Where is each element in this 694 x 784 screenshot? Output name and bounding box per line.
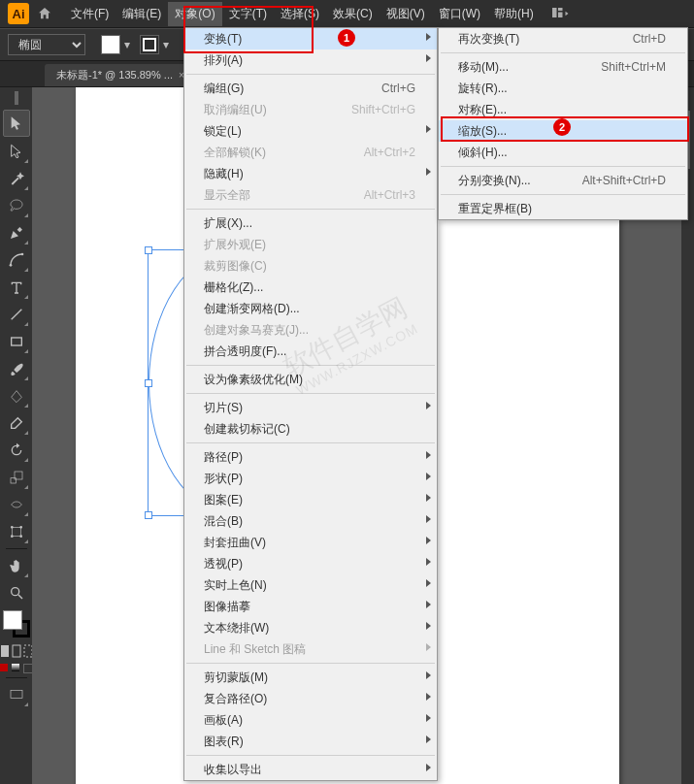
handle-top-left[interactable] — [145, 246, 152, 254]
menu-item[interactable]: 变换(T) — [184, 28, 437, 49]
menu-item[interactable]: 透视(P) — [184, 553, 437, 574]
menu-object[interactable]: 对象(O) — [168, 2, 221, 26]
curvature-tool[interactable] — [4, 247, 29, 273]
svg-point-3 — [9, 264, 12, 267]
fill-stroke-indicator[interactable] — [3, 610, 30, 637]
line-tool[interactable] — [4, 302, 29, 327]
menu-view[interactable]: 视图(V) — [380, 2, 432, 26]
scale-tool[interactable] — [4, 465, 29, 490]
submenu-arrow-icon — [426, 735, 431, 743]
document-tab[interactable]: 未标题-1* @ 135.89% ... × — [45, 64, 196, 86]
menu-item-label: 设为像素级优化(M) — [204, 372, 415, 388]
menu-item-label: 文本绕排(W) — [204, 620, 415, 637]
draw-behind-icon[interactable] — [12, 644, 21, 658]
color-mode-icon[interactable] — [0, 664, 8, 671]
svg-point-11 — [19, 526, 22, 529]
menu-item[interactable]: 图像描摹 — [184, 596, 437, 617]
stroke-dropdown-icon[interactable]: ▾ — [161, 38, 171, 51]
menu-item-label: 图表(R) — [204, 734, 415, 750]
lasso-tool[interactable] — [4, 193, 29, 218]
home-icon[interactable] — [37, 6, 52, 21]
menu-item[interactable]: 复合路径(O) — [184, 688, 437, 709]
menu-item[interactable]: 排列(A) — [184, 49, 437, 71]
menu-item-label: 创建裁切标记(C) — [204, 421, 415, 438]
menu-item[interactable]: 移动(M)...Shift+Ctrl+M — [439, 56, 687, 78]
tools-drag-handle[interactable] — [15, 91, 18, 105]
menu-type[interactable]: 文字(T) — [222, 2, 274, 26]
magic-wand-tool[interactable] — [4, 166, 29, 191]
menu-item: Line 和 Sketch 图稿 — [184, 638, 437, 660]
width-tool[interactable] — [4, 492, 29, 517]
menu-item[interactable]: 形状(P) — [184, 468, 437, 489]
direct-selection-tool[interactable] — [4, 139, 29, 164]
draw-normal-icon[interactable] — [0, 644, 10, 658]
menu-item[interactable]: 旋转(R)... — [439, 78, 687, 99]
menu-item[interactable]: 文本绕排(W) — [184, 617, 437, 638]
menu-item[interactable]: 栅格化(Z)... — [184, 277, 437, 298]
selection-tool[interactable] — [3, 110, 30, 137]
stroke-swatch[interactable] — [140, 35, 159, 54]
workspace-switch-icon[interactable] — [552, 7, 570, 20]
menu-item[interactable]: 混合(B) — [184, 510, 437, 532]
menu-edit[interactable]: 编辑(E) — [116, 2, 168, 26]
free-transform-tool[interactable] — [4, 519, 29, 544]
menu-item[interactable]: 图案(E) — [184, 489, 437, 510]
handle-bot-left[interactable] — [145, 511, 152, 519]
menu-item-label: 图像描摹 — [204, 599, 415, 615]
menu-effect[interactable]: 效果(C) — [326, 2, 380, 26]
type-tool[interactable] — [4, 275, 29, 300]
menu-item[interactable]: 创建裁切标记(C) — [184, 418, 437, 440]
svg-rect-19 — [11, 690, 22, 698]
submenu-arrow-icon — [426, 168, 431, 176]
menu-help[interactable]: 帮助(H) — [487, 2, 541, 26]
screen-mode-icon[interactable] — [4, 682, 29, 707]
svg-point-12 — [11, 535, 14, 538]
paintbrush-tool[interactable] — [4, 356, 29, 381]
menu-item[interactable]: 隐藏(H) — [184, 163, 437, 184]
menu-item[interactable]: 分别变换(N)...Alt+Shift+Ctrl+D — [439, 170, 687, 191]
hand-tool[interactable] — [4, 553, 29, 578]
rectangle-tool[interactable] — [4, 329, 29, 354]
menu-item-label: 切片(S) — [204, 400, 415, 416]
menu-item[interactable]: 路径(P) — [184, 446, 437, 468]
menu-item[interactable]: 实时上色(N) — [184, 574, 437, 596]
menu-item[interactable]: 扩展(X)... — [184, 212, 437, 234]
submenu-arrow-icon — [426, 537, 431, 544]
fill-swatch[interactable] — [101, 35, 120, 54]
shape-select[interactable]: 椭圆 — [8, 34, 85, 55]
menu-item[interactable]: 画板(A) — [184, 709, 437, 731]
gradient-mode-icon[interactable] — [12, 664, 19, 671]
menu-item-shortcut: Ctrl+G — [381, 82, 415, 95]
menu-item[interactable]: 倾斜(H)... — [439, 142, 687, 163]
fill-dropdown-icon[interactable]: ▾ — [122, 38, 132, 51]
menu-item[interactable]: 再次变换(T)Ctrl+D — [439, 28, 687, 49]
menu-item[interactable]: 收集以导出 — [184, 759, 437, 780]
menu-window[interactable]: 窗口(W) — [432, 2, 487, 26]
eraser-tool[interactable] — [4, 410, 29, 436]
submenu-arrow-icon — [426, 693, 431, 701]
draw-inside-icon[interactable] — [23, 644, 33, 658]
menu-select[interactable]: 选择(S) — [274, 2, 326, 26]
menu-item[interactable]: 设为像素级优化(M) — [184, 369, 437, 390]
menu-item[interactable]: 锁定(L) — [184, 120, 437, 142]
menu-item[interactable]: 重置定界框(B) — [439, 198, 687, 219]
pen-tool[interactable] — [4, 220, 29, 245]
none-mode-icon[interactable] — [23, 664, 33, 673]
menu-item[interactable]: 对称(E)... — [439, 99, 687, 120]
handle-mid-left[interactable] — [145, 379, 152, 387]
menu-item[interactable]: 封套扭曲(V) — [184, 532, 437, 553]
menu-item[interactable]: 创建渐变网格(D)... — [184, 298, 437, 319]
submenu-arrow-icon — [426, 451, 431, 459]
menu-item[interactable]: 拼合透明度(F)... — [184, 341, 437, 362]
shaper-tool[interactable] — [4, 383, 29, 408]
tools-panel — [0, 87, 32, 784]
menu-item[interactable]: 图表(R) — [184, 731, 437, 752]
zoom-tool[interactable] — [4, 580, 29, 605]
menu-item[interactable]: 编组(G)Ctrl+G — [184, 78, 437, 99]
menu-file[interactable]: 文件(F) — [64, 2, 116, 26]
menu-item-label: 旋转(R)... — [458, 81, 666, 97]
rotate-tool[interactable] — [4, 438, 29, 463]
menu-item[interactable]: 剪切蒙版(M) — [184, 667, 437, 688]
menu-item[interactable]: 切片(S) — [184, 397, 437, 418]
fill-color[interactable] — [3, 610, 22, 630]
